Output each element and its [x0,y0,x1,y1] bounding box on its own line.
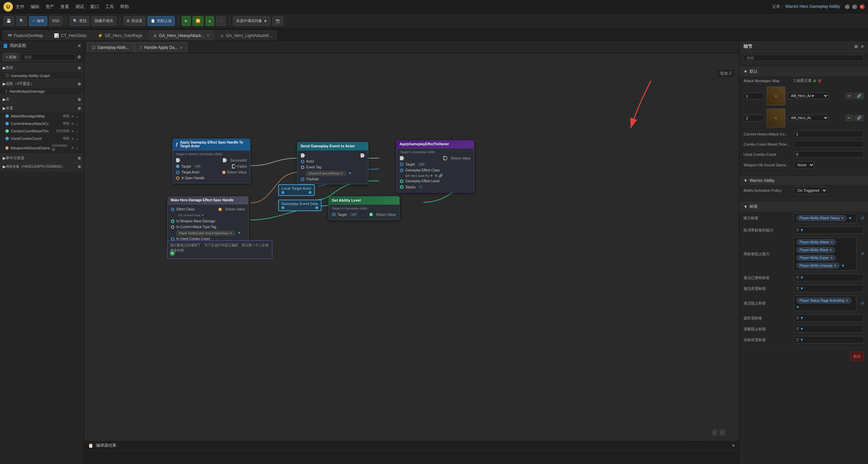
var-combo-reset[interactable]: ComboCountResetTim 定时器柄 ≡ ⌄ [0,127,84,135]
add-local-icon[interactable]: ⊕ [78,164,81,169]
add-ability-tag[interactable]: ▼ [848,216,852,221]
tab-ga-heavyattack[interactable]: ⚔ GA_Hero_HeavyAttack... ✕ [148,30,214,40]
details-grid-icon[interactable]: ⊞ [854,44,858,49]
var-current-heavy[interactable]: CurrentHeavyAttackCc 整数 ≡ ⌄ [0,120,84,127]
delete-montage-icon[interactable]: 🗑 [818,78,822,83]
send-gameplay-event-node[interactable]: Send Gameplay Event to Actor Actor Event… [297,142,368,184]
handle-apply-tab[interactable]: ƒ Handle Apply Da... ✕ [135,42,188,53]
used-combo-input[interactable] [794,151,864,158]
hide-irrelevant-button[interactable]: 隐藏不相关 [92,16,116,26]
play-button[interactable]: ▶ [182,16,191,26]
add-montage-icon[interactable]: ⊕ [813,78,816,83]
menu-help[interactable]: 帮助 [120,4,129,10]
stop-button[interactable]: ■ [206,16,214,26]
add-func-icon[interactable]: ⊕ [78,81,81,86]
tab-ge-gainrage[interactable]: ⚡ GE_Hero_GainRage [93,30,148,40]
activation-policy-select[interactable]: On Triggered [794,187,827,194]
tab-ga-lightattack[interactable]: ⚔ GA_Hero_LightAttackM... [215,30,277,40]
montage-key-2[interactable] [744,115,764,122]
debug-object-dropdown[interactable]: 未选中调试对象 ▼ [233,16,270,26]
save-button[interactable]: 💾 [3,16,14,26]
reset-ability-tag-icon[interactable]: ↺ [861,216,864,221]
menu-view[interactable]: 查看 [60,4,69,10]
tab-close-heavyattack[interactable]: ✕ [207,34,209,37]
tags-section-header[interactable]: ▼ 标签 [739,202,868,211]
add-block-tag[interactable]: ▼ [841,263,845,268]
navigate-icon-1[interactable]: ↩ [845,93,853,99]
local-vars-header[interactable]: ▶ 局部变量（HANDLEAPPLYDAMAGE） ⊕ [0,163,84,171]
apply-effect-spec-node[interactable]: ƒ Apply Gaemplay Effect Spec Handle To T… [172,138,250,183]
current-heavy-input[interactable] [794,131,864,137]
search-button[interactable]: 🔍 查找 [70,16,90,26]
local-target-actor-node[interactable]: Local Target Actor [278,184,315,196]
get-ability-level-node[interactable]: Get Ability Level Target is Gameplay Abi… [328,196,400,220]
step-button[interactable]: ⏩ [193,16,204,26]
add-activate-block-tag[interactable]: ▼ [796,305,800,310]
menu-edit[interactable]: 编辑 [31,4,39,10]
remove-block-block-tag[interactable]: ✕ [829,248,832,252]
gameplay-event-data-node[interactable]: Gameplay Event Data [278,200,322,211]
var-weapon-sound[interactable]: WeaponHitSoundGame Gameplay材 ≡ ⌄ [0,142,84,153]
add-cancel-tag[interactable]: ▼ [800,228,804,233]
remove-ability-tag[interactable]: ✕ [841,216,844,220]
add-source-required-tag[interactable]: ▼ [800,316,804,320]
var-attack-montages[interactable]: AttackMonatgesMap 整数 ≡ ⌄ [0,112,84,120]
details-close-icon[interactable]: ✕ [861,44,864,49]
minimize-button[interactable]: ─ [845,4,850,9]
debug-camera-button[interactable]: 📷 [272,16,283,26]
details-search-input[interactable] [744,55,864,61]
compile-button[interactable]: ✓ 编译 [29,16,47,26]
montage-dropdown-2[interactable]: AM_Hero_Ax [788,115,829,121]
menu-file[interactable]: 文件 [16,4,24,10]
blueprint-canvas[interactable]: ƒ Apply Gaemplay Effect Spec Handle To T… [84,54,739,464]
remove-block-equip-tag[interactable]: ✕ [830,256,833,260]
close-sidebar-icon[interactable]: ✕ [78,43,81,48]
reset-block-tag-icon[interactable]: ↺ [861,252,864,256]
gameplay-ability-graph-item[interactable]: ⬡ Gameplay Ability Graph [0,72,84,79]
menu-window[interactable]: 窗口 [90,4,99,10]
compare-button[interactable]: 对比 [49,16,63,26]
montage-dropdown-1[interactable]: AM_Hero_Ax▼ [788,93,829,99]
variables-header[interactable]: ▶ 变量 ⊕ [0,104,84,112]
add-macro-icon[interactable]: ⊕ [78,97,81,102]
graph-section-header[interactable]: ▶ 图表 ⊕ [0,63,84,72]
add-graph-icon[interactable]: ⊕ [78,66,81,70]
menu-debug[interactable]: 调试 [75,4,84,10]
menu-tools[interactable]: 工具 [105,4,114,10]
navigate-icon-2[interactable]: ↩ [845,115,853,121]
remove-activate-block-tag[interactable]: ✕ [846,299,848,302]
add-activate-required-tag[interactable]: ▼ [800,286,804,291]
remove-block-unequip-tag[interactable]: ✕ [834,264,836,267]
apply-to-owner-node[interactable]: ApplyGameplayEffectToOwner Target is Gam… [396,140,474,192]
remove-block-attack-tag[interactable]: ✕ [830,240,833,244]
close-button[interactable]: ✕ [860,4,865,9]
gameplay-ability-tab[interactable]: ⬡ Gameplay Abilit... [87,42,134,53]
add-activate-has-tag[interactable]: ▼ [800,275,804,280]
event-dispatchers-header[interactable]: ▶ 事件分发器 ⊕ [0,154,84,162]
handle-apply-damage-item[interactable]: ƒ HandleApplyDamage [0,88,84,95]
link-icon-1[interactable]: 🔗 [854,93,864,99]
class-defaults-button[interactable]: 📋 类默认值 [148,16,175,26]
more-debug-button[interactable]: ⋯ [216,16,226,26]
settings-icon[interactable]: ⚙ [77,55,81,59]
maximize-button[interactable]: □ [852,4,857,9]
sidebar-search[interactable] [21,54,75,60]
weapon-hit-select[interactable]: None [794,161,814,169]
class-settings-button[interactable]: ⚙ 类设置 [123,16,146,26]
tab-featuredevmap[interactable]: 🗺 FeatureDevMap [3,30,48,40]
close-handle-tab-icon[interactable]: ✕ [180,46,182,50]
close-compiler-icon[interactable]: ✕ [732,443,735,448]
add-function-button[interactable]: + 添加 [3,53,19,61]
functions-header[interactable]: ▶ 函数（4可覆盖） ⊕ [0,79,84,88]
warrior-ability-header[interactable]: ▼ Warrior Ability [739,176,868,185]
macros-header[interactable]: ▶ 宏 ⊕ [0,95,84,104]
add-target-required-tag[interactable]: ▼ [800,337,804,342]
make-damage-effect-node[interactable]: Make Hero Damage Effect Spec Handle Effe… [167,196,249,244]
add-source-block-tag[interactable]: ▼ [800,327,804,331]
browse-button[interactable]: 🔍 [16,16,27,26]
add-event-icon[interactable]: ⊕ [78,156,81,161]
tab-ctheronstats[interactable]: 📊 CT_HeroStats [49,30,92,40]
default-section-header[interactable]: ▼ 默认 [739,67,868,76]
add-var-icon[interactable]: ⊕ [78,106,81,111]
menu-asset[interactable]: 资产 [45,4,54,10]
